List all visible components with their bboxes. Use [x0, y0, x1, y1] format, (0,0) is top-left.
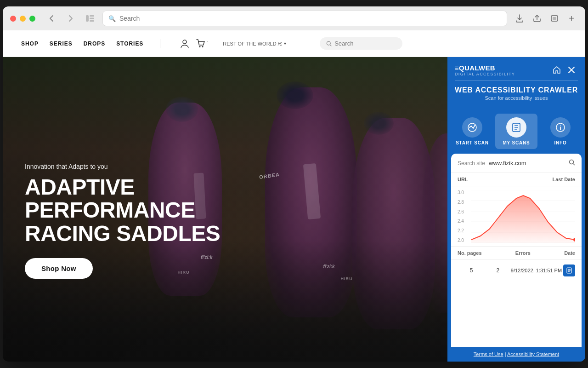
titlebar: 🔍 + — [3, 6, 585, 30]
region-selector[interactable]: REST OF THE WORLD /€ ▾ — [223, 41, 286, 46]
search-row: Search site www.fizik.com — [451, 154, 582, 173]
hero-section: ORBEA fi'zi:k fi'zi:k HIRU HIRU Innovati… — [3, 57, 585, 362]
header-date: Date — [564, 250, 575, 256]
svg-rect-5 — [553, 17, 556, 20]
nav-links: SHOP SERIES DROPS STORIES — [21, 40, 143, 47]
start-scan-label: START SCAN — [456, 140, 489, 145]
panel-footer: Terms of Use | Accessibility Statement — [447, 347, 585, 362]
scan-result-row[interactable]: 5 2 9/12/2022, 1:31:51 PM — [451, 259, 582, 281]
logo-e-icon: ≡ — [455, 64, 459, 72]
sidebar-toggle-button[interactable] — [83, 12, 97, 25]
back-button[interactable] — [45, 12, 58, 25]
toolbar-actions: + — [513, 12, 578, 25]
nav-divider-2 — [303, 39, 303, 48]
header-no-pages: No. pages — [458, 250, 482, 256]
search-icon: 🔍 — [108, 15, 116, 22]
hero-subtitle: Innovation that Adapts to you — [25, 163, 254, 170]
tab-start-scan[interactable]: START SCAN — [451, 114, 493, 149]
my-scans-label: MY SCANS — [503, 140, 530, 145]
panel-title-section: WEB ACCESSIBILITY CRAWLER Scan for acces… — [455, 80, 578, 104]
svg-point-6 — [183, 40, 187, 44]
site-search-icon — [326, 40, 332, 47]
tab-info[interactable]: INFO — [539, 114, 582, 149]
panel-tabs: START SCAN MY SCANS — [447, 109, 585, 154]
y-label-30: 3.0 — [458, 190, 464, 195]
hero-title-line2: RACING SADDLES — [25, 221, 220, 246]
nav-divider — [160, 39, 160, 48]
result-no-pages: 5 — [458, 267, 485, 274]
header-errors: Errors — [515, 250, 531, 256]
accessibility-statement-link[interactable]: Accessibility Statement — [507, 351, 559, 357]
jersey-brand-fizik-2: fi'zi:k — [323, 264, 334, 269]
site-search-input[interactable] — [334, 40, 396, 47]
search-site-value: www.fizik.com — [489, 160, 565, 167]
equalweb-panel: ≡QUALWEB DIGITAL ACCESSIBILITY — [447, 57, 585, 362]
address-bar: 🔍 — [102, 11, 507, 26]
download-button[interactable] — [513, 12, 526, 25]
my-scans-icon — [506, 117, 526, 138]
nav-stories[interactable]: STORIES — [116, 40, 143, 47]
hero-title: ADAPTIVE PERFORMANCE RACING SADDLES — [25, 176, 254, 245]
y-label-24: 2.4 — [458, 218, 464, 224]
y-label-26: 2.6 — [458, 209, 464, 214]
chart-svg — [471, 190, 575, 243]
tab-my-scans[interactable]: MY SCANS — [495, 114, 537, 149]
account-button[interactable] — [181, 39, 189, 48]
data-table-header: No. pages Errors Date — [451, 246, 582, 259]
panel-top-row: ≡QUALWEB DIGITAL ACCESSIBILITY — [455, 63, 578, 76]
logo-text: ≡QUALWEB — [455, 64, 515, 72]
terms-of-use-link[interactable]: Terms of Use — [474, 351, 503, 357]
panel-header: ≡QUALWEB DIGITAL ACCESSIBILITY — [447, 57, 585, 109]
shop-now-button[interactable]: Shop Now — [25, 258, 93, 279]
info-label: INFO — [554, 140, 566, 145]
info-icon — [550, 117, 571, 138]
chart-area: 3.0 2.8 2.6 2.4 2.2 2.0 — [451, 186, 582, 246]
site-nav: SHOP SERIES DROPS STORIES — [3, 30, 585, 57]
nav-drops[interactable]: DROPS — [84, 40, 105, 47]
close-button[interactable] — [10, 16, 16, 22]
col-url: URL — [458, 177, 468, 182]
svg-point-8 — [202, 46, 204, 47]
hero-text: Innovation that Adapts to you ADAPTIVE P… — [25, 163, 254, 279]
cart-button[interactable] — [196, 39, 210, 48]
address-input[interactable] — [119, 15, 501, 22]
forward-button[interactable] — [64, 12, 78, 25]
col-last-date: Last Date — [552, 177, 575, 182]
y-label-28: 2.8 — [458, 200, 464, 205]
share-button[interactable] — [530, 12, 544, 25]
panel-title: WEB ACCESSIBILITY CRAWLER — [455, 86, 578, 94]
panel-subtitle: Scan for accessibility issues — [455, 95, 578, 101]
panel-close-button[interactable] — [565, 63, 578, 76]
site-search-bar[interactable] — [320, 37, 402, 50]
panel-top-icons — [550, 63, 578, 76]
svg-point-7 — [199, 46, 201, 47]
svg-point-16 — [560, 126, 561, 126]
y-label-22: 2.2 — [458, 228, 464, 233]
search-execute-button[interactable] — [569, 159, 575, 167]
nav-series[interactable]: SERIES — [50, 40, 73, 47]
tab-overview-button[interactable] — [548, 12, 561, 25]
logo-subtitle: DIGITAL ACCESSIBILITY — [455, 72, 515, 76]
browser-content: SHOP SERIES DROPS STORIES — [3, 30, 585, 362]
search-site-label: Search site — [458, 160, 485, 167]
new-tab-button[interactable]: + — [565, 12, 578, 25]
helmet-1 — [277, 81, 313, 109]
svg-rect-3 — [90, 20, 94, 22]
result-date: 9/12/2022, 1:31:51 PM — [511, 268, 562, 273]
y-label-20: 2.0 — [458, 238, 464, 243]
panel-home-button[interactable] — [550, 63, 563, 76]
brand-hiru-2: HIRU — [340, 276, 352, 281]
hero-title-line1: ADAPTIVE PERFORMANCE — [25, 175, 195, 222]
footer-separator: | — [505, 351, 506, 357]
minimize-button[interactable] — [20, 16, 26, 22]
region-label: REST OF THE WORLD /€ — [223, 41, 282, 46]
chevron-down-icon: ▾ — [284, 41, 286, 46]
svg-rect-0 — [86, 15, 89, 22]
chart-y-labels: 3.0 2.8 2.6 2.4 2.2 2.0 — [458, 190, 464, 243]
svg-rect-1 — [90, 15, 94, 17]
nav-shop[interactable]: SHOP — [21, 40, 39, 47]
panel-content: Search site www.fizik.com URL Last Date — [451, 154, 582, 347]
maximize-button[interactable] — [29, 16, 35, 22]
equalweb-logo: ≡QUALWEB DIGITAL ACCESSIBILITY — [455, 64, 515, 76]
report-button[interactable] — [563, 264, 575, 276]
